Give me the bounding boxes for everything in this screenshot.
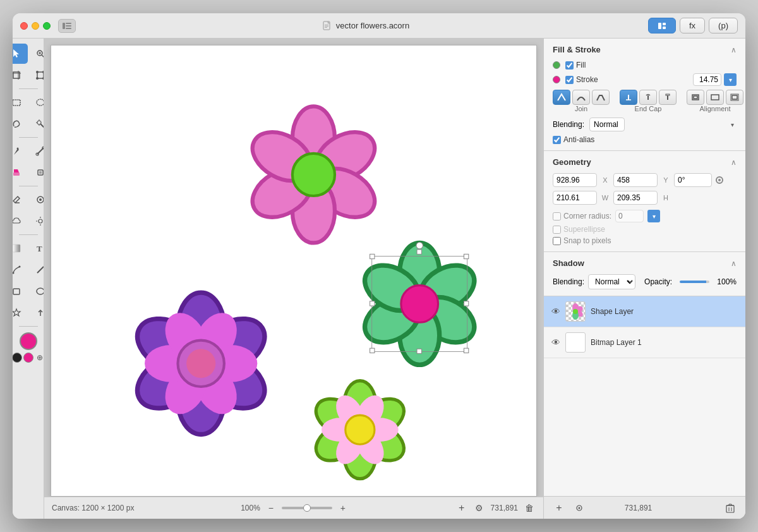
endcap-round-button[interactable] (639, 90, 657, 105)
rect-shape-tool[interactable] (13, 281, 28, 301)
stroke-value-input[interactable] (693, 73, 721, 86)
layer-settings-button[interactable] (572, 500, 587, 516)
settings-button[interactable]: ⚙ (473, 502, 486, 514)
lasso-tool[interactable] (13, 114, 28, 134)
x-input[interactable] (553, 173, 597, 187)
snap-pixels-checkbox[interactable] (553, 237, 561, 245)
pen-tool[interactable] (13, 141, 28, 161)
tools-panel-button[interactable] (648, 18, 676, 34)
paint-bucket-tool[interactable] (13, 162, 28, 183)
bitmap-layer-item[interactable]: 👁 Bitmap Layer 1 (544, 327, 745, 358)
ellipse-shape-tool[interactable] (29, 281, 45, 301)
zoom-tool[interactable] (29, 44, 45, 64)
corner-radius-input[interactable] (615, 210, 644, 222)
svg-rect-36 (13, 172, 20, 176)
tertiary-color-swatch[interactable] (23, 353, 33, 363)
brightness-tool[interactable] (29, 211, 45, 231)
endcap-square-button[interactable] (659, 90, 677, 105)
shadow-opacity-slider[interactable] (680, 281, 709, 283)
fx-panel-button[interactable]: fx (680, 18, 705, 34)
tool-row-12 (13, 303, 44, 323)
x-label: X (601, 176, 610, 184)
corner-radius-label[interactable]: Corner radius: (553, 212, 611, 221)
minimize-button[interactable] (32, 22, 39, 30)
tool-row-3 (13, 92, 44, 112)
anti-alias-checkbox[interactable] (553, 136, 561, 144)
fill-color-dot[interactable] (553, 61, 560, 69)
bitmap-layer-eye[interactable]: 👁 (551, 337, 560, 348)
zoom-color-tool[interactable]: ⊕ (35, 353, 45, 363)
magic-wand-tool[interactable] (29, 114, 45, 134)
join-round-button[interactable] (572, 90, 590, 105)
align-inside-button[interactable] (687, 90, 704, 105)
delete-layer-button[interactable] (723, 500, 738, 516)
vector-tool[interactable] (29, 141, 45, 161)
fill-checkbox-label[interactable]: Fill (565, 61, 586, 70)
heal-tool[interactable] (29, 190, 45, 210)
select-tool[interactable] (13, 44, 28, 64)
transform-tool[interactable] (29, 65, 45, 85)
width-input[interactable] (553, 191, 597, 205)
zoom-in-button[interactable]: + (337, 502, 349, 514)
line-tool[interactable] (29, 260, 45, 280)
corner-radius-dropdown[interactable]: ▾ (647, 210, 660, 222)
y-input[interactable] (613, 173, 658, 187)
shadow-blending-select[interactable]: Normal Multiply (588, 274, 635, 289)
stamp-tool[interactable] (29, 162, 45, 183)
sidebar-toggle-button[interactable] (58, 19, 76, 33)
zoom-out-button[interactable]: − (265, 502, 277, 514)
bezier-path-tool[interactable] (13, 260, 28, 280)
maximize-button[interactable] (43, 22, 51, 30)
cloud-tool[interactable] (13, 211, 28, 231)
stroke-dropdown-button[interactable]: ▾ (724, 73, 737, 86)
rect-select-tool[interactable] (13, 92, 28, 112)
anti-alias-label[interactable]: Anti-alias (553, 135, 594, 144)
fill-stroke-collapse[interactable]: ∧ (731, 45, 737, 54)
star-tool[interactable] (13, 303, 28, 323)
eraser-tool[interactable] (13, 190, 28, 210)
shape-layer-item[interactable]: 👁 Shape Layer (544, 296, 745, 327)
blending-select[interactable]: Normal Multiply Screen Overlay (589, 118, 625, 131)
align-outside-button[interactable] (726, 90, 743, 105)
h-label: H (661, 194, 670, 202)
arrow-tool[interactable] (29, 303, 45, 323)
fill-stroke-header: Fill & Stroke ∧ (553, 45, 737, 54)
gradient-tool[interactable] (13, 238, 28, 258)
delete-button[interactable]: 🗑 (523, 502, 536, 514)
fill-checkbox[interactable] (565, 61, 574, 70)
text-tool[interactable]: T (29, 238, 45, 258)
shape-layer-eye[interactable]: 👁 (551, 306, 560, 317)
join-label: Join (553, 105, 610, 112)
shadow-blending-label: Blending: (553, 277, 584, 286)
bitmap-layer-name: Bitmap Layer 1 (591, 338, 642, 347)
close-button[interactable] (20, 22, 28, 30)
ellipse-select-tool[interactable] (29, 92, 45, 112)
height-input[interactable] (613, 191, 658, 205)
angle-input[interactable] (674, 173, 712, 187)
zoom-slider[interactable] (282, 507, 332, 509)
add-layer-button[interactable]: + (455, 502, 468, 514)
superellipse-label[interactable]: Superellipse (553, 225, 737, 234)
add-layer-bottom-button[interactable]: + (551, 500, 567, 516)
join-miter-button[interactable] (553, 90, 570, 105)
primary-color-swatch[interactable] (20, 332, 37, 350)
stroke-color-dot[interactable] (553, 76, 560, 83)
anti-alias-row: Anti-alias (553, 135, 737, 144)
p-panel-button[interactable]: (p) (709, 18, 738, 34)
stroke-checkbox-label[interactable]: Stroke (565, 75, 598, 84)
shadow-collapse[interactable]: ∧ (731, 259, 737, 268)
endcap-butt-button[interactable] (620, 90, 637, 105)
geometry-collapse[interactable]: ∧ (731, 158, 737, 167)
tool-row-5 (13, 141, 44, 161)
stroke-checkbox[interactable] (565, 76, 574, 84)
svg-rect-114 (711, 95, 719, 100)
origin-control[interactable] (716, 176, 723, 184)
superellipse-checkbox[interactable] (553, 226, 561, 234)
corner-radius-checkbox[interactable] (553, 212, 561, 221)
secondary-color-swatch[interactable] (13, 353, 22, 363)
crop-tool[interactable] (13, 65, 28, 85)
canvas-svg[interactable] (51, 45, 536, 496)
align-center-button[interactable] (706, 90, 724, 105)
snap-pixels-label[interactable]: Snap to pixels (553, 236, 737, 245)
join-bevel-button[interactable] (592, 90, 610, 105)
